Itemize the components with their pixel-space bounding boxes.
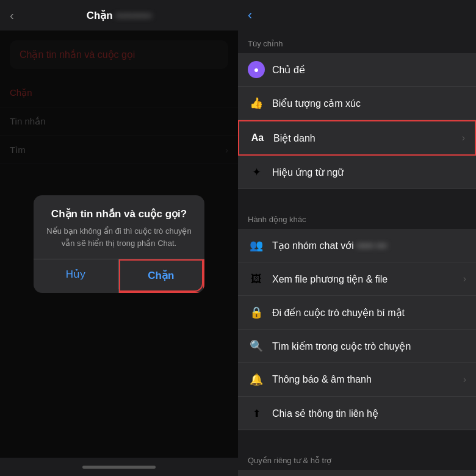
- section-label-actions: Hành động khác: [238, 206, 476, 229]
- menu-item-emoji-label: Biểu tượng cảm xúc: [272, 98, 466, 109]
- theme-icon: ●: [248, 61, 265, 78]
- right-panel: ‹ Tùy chỉnh ● Chủ đề 👍 Biểu tượng cảm xú…: [238, 0, 476, 476]
- search-icon: 🔍: [248, 337, 265, 355]
- file-icon: 🖼: [248, 270, 265, 287]
- menu-item-biet-danh[interactable]: Aa Biệt danh ›: [238, 120, 476, 156]
- cancel-button-wrap: Hủy: [34, 259, 119, 293]
- lock-icon: 🔒: [248, 304, 265, 321]
- thong-bao-arrow: ›: [463, 374, 466, 385]
- menu-item-tao-nhom[interactable]: 👥 Tạo nhóm chat với ••••• •••: [238, 229, 476, 262]
- menu-item-tim-kiem[interactable]: 🔍 Tìm kiếm trong cuộc trò chuyện: [238, 330, 476, 363]
- cancel-button[interactable]: Hủy: [34, 259, 118, 289]
- bell-icon: 🔔: [248, 371, 265, 388]
- section-label-privacy: Quyền riêng tư & hỗ trợ: [238, 447, 476, 470]
- left-header: ‹ Chặn ••••••••••••: [0, 0, 238, 31]
- xem-file-arrow: ›: [463, 273, 466, 284]
- menu-item-thong-bao-label: Thông báo & âm thanh: [272, 374, 463, 385]
- menu-item-xem-file[interactable]: 🖼 Xem file phương tiện & file ›: [238, 262, 476, 296]
- dialog-description: Nếu bạn không ẩn đi thì cuộc trò chuyện …: [46, 225, 192, 249]
- left-panel: ‹ Chặn •••••••••••• Chặn tin nhắn và cuộ…: [0, 0, 238, 476]
- confirm-dialog: Chặn tin nhắn và cuộc gọi? Nếu bạn không…: [34, 195, 204, 293]
- menu-item-hieu-ung[interactable]: ✦ Hiệu ứng từ ngữ: [238, 156, 476, 189]
- confirm-block-button[interactable]: Chặn: [119, 259, 204, 292]
- menu-item-chia-se-label: Chia sẻ thông tin liên hệ: [272, 408, 466, 419]
- left-title: Chặn ••••••••••••: [87, 9, 152, 22]
- section-gap-2: [238, 430, 476, 447]
- section-label-customize: Tùy chỉnh: [238, 31, 476, 53]
- menu-item-emoji[interactable]: 👍 Biểu tượng cảm xúc: [238, 87, 476, 120]
- menu-item-bo-qua[interactable]: ⊘ Bỏ qua tin nhắn: [238, 470, 476, 476]
- right-header: ‹: [238, 0, 476, 31]
- menu-item-tao-nhom-label: Tạo nhóm chat với ••••• •••: [272, 240, 466, 251]
- back-icon-right[interactable]: ‹: [248, 7, 252, 23]
- section-gap-1: [238, 189, 476, 206]
- biet-danh-arrow: ›: [462, 132, 465, 143]
- menu-item-chu-de-label: Chủ đề: [272, 64, 466, 76]
- menu-item-bi-mat[interactable]: 🔒 Đi đến cuộc trò chuyện bí mật: [238, 296, 476, 330]
- right-scroll[interactable]: Tùy chỉnh ● Chủ đề 👍 Biểu tượng cảm xúc …: [238, 31, 476, 476]
- menu-item-thong-bao[interactable]: 🔔 Thông báo & âm thanh ›: [238, 363, 476, 397]
- left-footer: [0, 458, 238, 476]
- menu-item-chia-se[interactable]: ⬆ Chia sẻ thông tin liên hệ: [238, 397, 476, 430]
- menu-item-xem-file-label: Xem file phương tiện & file: [272, 273, 463, 285]
- left-content: Chặn tin nhắn và cuộc gọi Chặn Tin nhắn …: [0, 31, 238, 458]
- back-icon-left[interactable]: ‹: [10, 9, 14, 23]
- menu-item-chu-de[interactable]: ● Chủ đề: [238, 53, 476, 87]
- menu-item-biet-danh-label: Biệt danh: [273, 132, 462, 144]
- menu-item-tim-kiem-label: Tìm kiếm trong cuộc trò chuyện: [272, 341, 466, 352]
- dialog-actions: Hủy Chặn: [34, 259, 204, 293]
- menu-item-hieu-ung-label: Hiệu ứng từ ngữ: [272, 167, 466, 178]
- dialog-title: Chặn tin nhắn và cuộc gọi?: [46, 207, 192, 220]
- emoji-icon: 👍: [248, 95, 265, 112]
- confirm-button-wrap: Chặn: [119, 259, 205, 293]
- hieu-ung-icon: ✦: [248, 164, 265, 181]
- dialog-body: Chặn tin nhắn và cuộc gọi? Nếu bạn không…: [34, 195, 204, 259]
- dim-overlay: Chặn tin nhắn và cuộc gọi? Nếu bạn không…: [0, 31, 238, 458]
- biet-danh-icon: Aa: [249, 129, 266, 146]
- menu-item-bi-mat-label: Đi đến cuộc trò chuyện bí mật: [272, 307, 466, 319]
- home-indicator: [82, 466, 156, 469]
- share-icon: ⬆: [248, 405, 265, 422]
- group-icon: 👥: [248, 237, 265, 254]
